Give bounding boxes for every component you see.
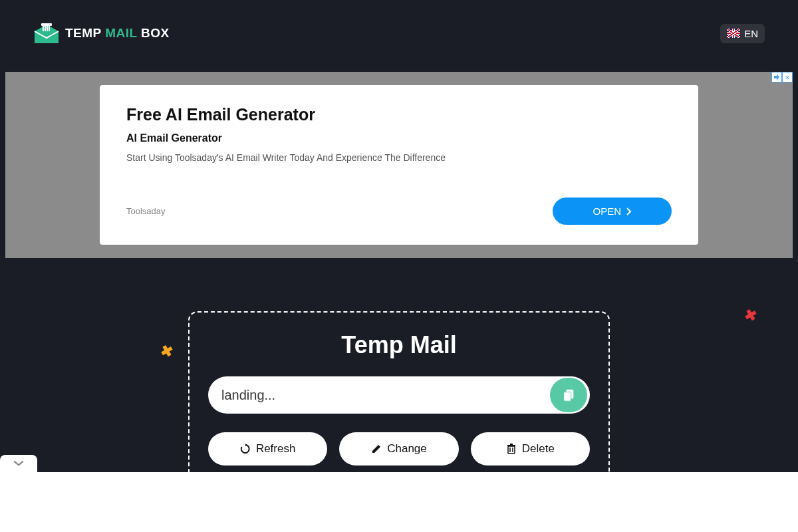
- temp-mail-title: Temp Mail: [208, 331, 590, 359]
- pencil-icon: [371, 444, 382, 454]
- collapse-tab[interactable]: [0, 455, 37, 472]
- ad-open-button[interactable]: OPEN: [553, 198, 672, 225]
- refresh-button[interactable]: Refresh: [208, 432, 327, 466]
- ad-subtitle: AI Email Generator: [126, 132, 672, 144]
- temp-mail-card: Temp Mail Refresh: [188, 311, 610, 487]
- svg-rect-2: [45, 26, 46, 31]
- refresh-icon: [240, 444, 251, 454]
- copy-button[interactable]: [550, 378, 587, 412]
- svg-rect-6: [564, 392, 571, 401]
- language-selector[interactable]: EN: [720, 24, 765, 43]
- logo-text: TEMP MAIL BOX: [65, 26, 170, 41]
- svg-rect-1: [43, 26, 44, 31]
- copy-icon: [561, 388, 576, 402]
- uk-flag-icon: [727, 29, 740, 38]
- action-button-row: Refresh Change Delete: [208, 432, 590, 466]
- decor-x-red: ✖: [743, 306, 759, 326]
- svg-rect-0: [41, 23, 52, 26]
- chevron-right-icon: [626, 207, 632, 215]
- decor-x-yellow: ✖: [159, 342, 175, 362]
- logo-icon: [33, 21, 60, 46]
- main-section: ✖ ✖ Temp Mail Refresh: [0, 311, 798, 487]
- header: TEMP MAIL BOX EN: [0, 0, 798, 66]
- ad-close-icon[interactable]: ✕: [782, 72, 793, 82]
- svg-rect-8: [507, 445, 515, 446]
- bottom-ad-space: [0, 472, 798, 532]
- ad-title: Free AI Email Generator: [126, 105, 672, 124]
- svg-rect-9: [510, 444, 513, 445]
- ad-card[interactable]: Free AI Email Generator AI Email Generat…: [100, 85, 698, 245]
- language-code: EN: [744, 28, 758, 39]
- ad-brand: Toolsaday: [126, 206, 166, 216]
- change-button[interactable]: Change: [339, 432, 458, 466]
- trash-icon: [506, 444, 517, 454]
- email-input-container: [208, 376, 590, 414]
- chevron-down-icon: [13, 460, 25, 467]
- ad-description: Start Using Toolsaday's AI Email Writer …: [126, 152, 672, 163]
- svg-rect-4: [49, 26, 50, 31]
- ad-banner: ✕ Free AI Email Generator AI Email Gener…: [5, 72, 793, 258]
- ad-bottom-row: Toolsaday OPEN: [126, 198, 672, 225]
- ad-info-icon[interactable]: [771, 72, 782, 82]
- ad-choices-controls: ✕: [771, 72, 793, 82]
- delete-button[interactable]: Delete: [471, 432, 590, 466]
- svg-rect-7: [508, 446, 515, 454]
- svg-rect-3: [47, 26, 48, 31]
- email-address-field[interactable]: [221, 388, 550, 403]
- logo[interactable]: TEMP MAIL BOX: [33, 21, 170, 46]
